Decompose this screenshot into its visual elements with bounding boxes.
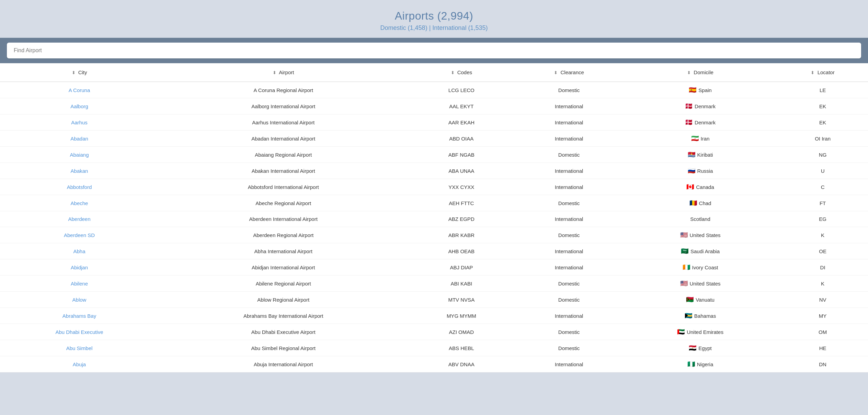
city-cell[interactable]: Abrahams Bay <box>0 308 159 324</box>
clearance-cell: Domestic <box>515 276 623 292</box>
city-link[interactable]: Aarhus <box>71 120 88 125</box>
city-link[interactable]: Aberdeen <box>68 216 90 222</box>
city-link[interactable]: Aalborg <box>70 103 88 109</box>
flag-icon: 🇹🇩 <box>689 200 697 206</box>
col-domicile[interactable]: ⬍ Domicile <box>623 63 777 82</box>
col-locator[interactable]: ⬍ Locator <box>777 63 868 82</box>
domicile-name: Saudi Arabia <box>690 248 720 254</box>
clearance-cell: International <box>515 259 623 276</box>
clearance-cell: International <box>515 131 623 147</box>
airport-cell: A Coruna Regional Airport <box>159 82 408 98</box>
sort-codes-icon: ⬍ <box>451 70 455 75</box>
col-city[interactable]: ⬍ City <box>0 63 159 82</box>
city-cell[interactable]: Ablow <box>0 292 159 308</box>
domicile-cell: 🇻🇺Vanuatu <box>623 292 777 308</box>
domicile-name: Russia <box>697 168 713 174</box>
flag-icon: 🇪🇬 <box>689 345 696 351</box>
domicile-name: Spain <box>698 87 711 93</box>
table-row: AbadanAbadan International AirportABD OI… <box>0 131 868 147</box>
col-codes[interactable]: ⬍ Codes <box>408 63 515 82</box>
city-cell[interactable]: Abadan <box>0 131 159 147</box>
city-cell[interactable]: Abbotsford <box>0 179 159 195</box>
clearance-cell: Domestic <box>515 195 623 211</box>
locator-cell: LE <box>777 82 868 98</box>
flag-icon: 🇻🇺 <box>686 296 694 303</box>
search-input[interactable] <box>7 43 861 58</box>
city-link[interactable]: Aberdeen SD <box>64 232 95 238</box>
city-link[interactable]: Abakan <box>71 168 88 174</box>
codes-cell: ABV DNAA <box>408 356 515 372</box>
city-link[interactable]: Abbotsford <box>67 184 92 190</box>
city-cell[interactable]: Abakan <box>0 163 159 179</box>
table-row: AalborgAalborg International AirportAAL … <box>0 98 868 114</box>
airport-cell: Aberdeen Regional Airport <box>159 227 408 243</box>
table-row: AbbotsfordAbbotsford International Airpo… <box>0 179 868 195</box>
table-header: ⬍ City ⬍ Airport ⬍ Codes ⬍ Clearance ⬍ D… <box>0 63 868 82</box>
city-link[interactable]: A Coruna <box>69 87 90 93</box>
codes-cell: MYG MYMM <box>408 308 515 324</box>
city-cell[interactable]: A Coruna <box>0 82 159 98</box>
flag-icon: 🇩🇰 <box>685 119 693 125</box>
domicile-cell: 🇸🇦Saudi Arabia <box>623 243 777 259</box>
city-cell[interactable]: Abha <box>0 243 159 259</box>
city-cell[interactable]: Abu Simbel <box>0 340 159 356</box>
city-link[interactable]: Abha <box>73 248 85 254</box>
city-cell[interactable]: Abilene <box>0 276 159 292</box>
flag-icon: 🇸🇦 <box>681 248 688 254</box>
domicile-name: Iran <box>701 136 710 142</box>
city-link[interactable]: Abaiang <box>70 152 89 158</box>
locator-cell: NV <box>777 292 868 308</box>
col-clearance[interactable]: ⬍ Clearance <box>515 63 623 82</box>
city-cell[interactable]: Abu Dhabi Executive <box>0 324 159 340</box>
codes-cell: ABF NGAB <box>408 147 515 163</box>
city-link[interactable]: Abrahams Bay <box>62 313 96 319</box>
city-link[interactable]: Abuja <box>73 361 86 367</box>
locator-cell: HE <box>777 340 868 356</box>
city-link[interactable]: Abidjan <box>71 265 88 270</box>
city-cell[interactable]: Aberdeen SD <box>0 227 159 243</box>
codes-cell: ABZ EGPD <box>408 211 515 227</box>
domicile-name: Vanuatu <box>696 297 715 303</box>
airport-cell: Abaiang Regional Airport <box>159 147 408 163</box>
city-cell[interactable]: Aalborg <box>0 98 159 114</box>
airport-cell: Abrahams Bay International Airport <box>159 308 408 324</box>
clearance-cell: International <box>515 243 623 259</box>
city-cell[interactable]: Aberdeen <box>0 211 159 227</box>
page-title: Airports (2,994) <box>7 10 861 22</box>
city-cell[interactable]: Abuja <box>0 356 159 372</box>
table-row: AbaiangAbaiang Regional AirportABF NGABD… <box>0 147 868 163</box>
domicile-cell: 🇪🇬Egypt <box>623 340 777 356</box>
domicile-name: Egypt <box>698 345 711 351</box>
clearance-cell: International <box>515 98 623 114</box>
col-airport[interactable]: ⬍ Airport <box>159 63 408 82</box>
domicile-cell: 🇺🇸United States <box>623 276 777 292</box>
city-link[interactable]: Abadan <box>70 136 88 142</box>
table-row: A CorunaA Coruna Regional AirportLCG LEC… <box>0 82 868 98</box>
city-link[interactable]: Abu Dhabi Executive <box>55 329 103 335</box>
locator-cell: C <box>777 179 868 195</box>
airport-cell: Abbotsford International Airport <box>159 179 408 195</box>
city-link[interactable]: Abilene <box>71 281 88 287</box>
codes-cell: ABA UNAA <box>408 163 515 179</box>
table-row: Aberdeen SDAberdeen Regional AirportABR … <box>0 227 868 243</box>
city-cell[interactable]: Abidjan <box>0 259 159 276</box>
table-row: AbileneAbilene Regional AirportABI KABID… <box>0 276 868 292</box>
airport-cell: Ablow Regional Airport <box>159 292 408 308</box>
locator-cell: DN <box>777 356 868 372</box>
table-row: AbhaAbha International AirportAHB OEABIn… <box>0 243 868 259</box>
city-link[interactable]: Abeche <box>71 200 88 206</box>
city-cell[interactable]: Aarhus <box>0 114 159 131</box>
table-row: AbecheAbeche Regional AirportAEH FTTCDom… <box>0 195 868 211</box>
city-link[interactable]: Ablow <box>72 297 87 303</box>
codes-cell: LCG LECO <box>408 82 515 98</box>
city-cell[interactable]: Abaiang <box>0 147 159 163</box>
city-cell[interactable]: Abeche <box>0 195 159 211</box>
domicile-cell: 🇪🇸Spain <box>623 82 777 98</box>
table-row: Abrahams BayAbrahams Bay International A… <box>0 308 868 324</box>
airport-cell: Abuja International Airport <box>159 356 408 372</box>
domicile-name: Kiribati <box>697 152 713 158</box>
city-link[interactable]: Abu Simbel <box>66 345 93 351</box>
locator-cell: DI <box>777 259 868 276</box>
flag-icon: 🇷🇺 <box>688 168 695 174</box>
codes-cell: ABS HEBL <box>408 340 515 356</box>
